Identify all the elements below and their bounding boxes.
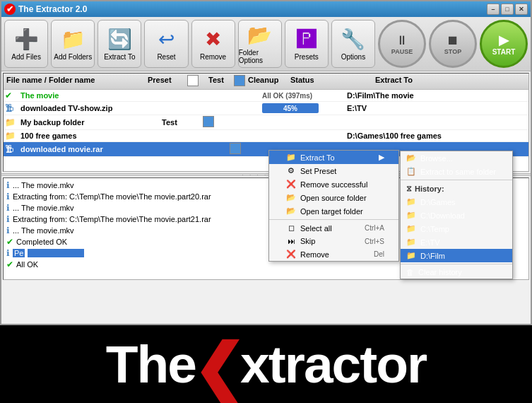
progress-bar: 45% xyxy=(262,103,319,113)
pause-icon: ⏸ xyxy=(396,33,408,48)
row-rar-icon: 🗜 xyxy=(5,144,16,154)
submenu-history-item[interactable]: 📁 E:\TV xyxy=(401,235,512,249)
history-item-label: D:\Games xyxy=(420,198,456,206)
row-filename: The movie xyxy=(18,90,159,100)
history-item-label: D:\Film xyxy=(420,252,445,260)
ctx-extract-to[interactable]: 📁 Extract To ▶ 📂 Browse... 📋 Extract to … xyxy=(269,151,398,164)
submenu-separator xyxy=(401,180,512,180)
folder-icon: 📁 xyxy=(406,211,416,220)
history-item-label: E:\TV xyxy=(420,238,440,247)
log-progress-bar xyxy=(28,249,84,257)
submenu-browse[interactable]: 📂 Browse... xyxy=(401,151,512,165)
ctx-open-target[interactable]: 📂 Open target folder xyxy=(269,204,398,218)
ctx-target-label: Open target folder xyxy=(300,207,363,216)
submenu-history-label: ⧖ History: xyxy=(401,182,512,195)
submenu-history-item[interactable]: 📁 D:\Games xyxy=(401,195,512,209)
submenu-history-item[interactable]: 📁 C:\Temp xyxy=(401,222,512,235)
row-test-checkbox[interactable] xyxy=(203,116,214,127)
submenu-history-item[interactable]: 📁 C:\Download xyxy=(401,209,512,222)
table-row[interactable]: ✔ The movie All OK (397ms) D:\Film\The m… xyxy=(4,90,528,102)
row-filename: 100 free games xyxy=(18,131,159,141)
history-icon: ⧖ xyxy=(406,184,412,193)
row-extractto xyxy=(344,122,528,123)
watermark-the: The xyxy=(106,334,196,395)
log-text: Extracting from: C:\Temp\The movie\The m… xyxy=(13,215,211,223)
ctx-remove-successful[interactable]: ❌ Remove successful xyxy=(269,177,398,191)
ctx-preset-label: Set Preset xyxy=(300,167,336,175)
ctx-shortcut-remove: Del xyxy=(374,250,384,258)
log-info-icon: ℹ xyxy=(6,248,10,258)
folder-options-button[interactable]: 📂 Folder Options xyxy=(238,20,282,68)
presets-button[interactable]: 🅿 Presets xyxy=(285,20,329,68)
ctx-separator xyxy=(269,219,398,220)
submenu-history-item[interactable]: 📁 D:\Film xyxy=(401,249,512,262)
main-window: ✔ The Extractor 2.0 – □ ✕ ➕ Add Files 📁 … xyxy=(0,0,532,325)
row-extractto: E:\TV xyxy=(344,103,528,113)
ctx-remove[interactable]: ❌ Remove Del xyxy=(269,247,398,261)
reset-label: Reset xyxy=(157,53,175,61)
row-zip-icon: 🗜 xyxy=(5,103,16,113)
options-button[interactable]: 🔧 Options xyxy=(331,20,375,68)
folder-options-icon: 📂 xyxy=(247,23,272,47)
header-preset: Preset xyxy=(145,75,187,88)
ctx-select-all[interactable]: ◻ Select all Ctrl+A xyxy=(269,221,398,235)
row-cleanup-checkbox[interactable] xyxy=(230,143,241,154)
cleanup-checkbox-header[interactable] xyxy=(234,75,245,86)
ctx-open-source[interactable]: 📂 Open source folder xyxy=(269,191,398,204)
filelist-header: File name / Folder name Preset Test Clea… xyxy=(4,74,528,90)
pause-button[interactable]: ⏸ PAUSE xyxy=(378,20,426,68)
minimize-button[interactable]: – xyxy=(487,4,500,15)
row-extractto: D:\Film\The movie xyxy=(344,90,528,100)
start-button[interactable]: ▶ START xyxy=(480,20,528,68)
window-controls: – □ ✕ xyxy=(487,4,528,15)
add-files-button[interactable]: ➕ Add Files xyxy=(4,20,48,68)
row-preset: Test xyxy=(159,117,201,127)
add-folders-button[interactable]: 📁 Add Folders xyxy=(51,20,95,68)
row-filename: My backup folder xyxy=(18,117,159,127)
remove-button[interactable]: ✖ Remove xyxy=(191,20,235,68)
extract-to-button[interactable]: 🔄 Extract To xyxy=(97,20,141,68)
folder-options-label: Folder Options xyxy=(239,49,281,64)
options-label: Options xyxy=(341,53,365,61)
table-row[interactable]: 🗜 downloaded TV-show.zip 45% E:\TV xyxy=(4,102,528,115)
header-extractto: Extract To xyxy=(372,75,528,88)
test-checkbox-header[interactable] xyxy=(187,75,199,86)
reset-icon: ↩ xyxy=(158,28,175,51)
pause-label: PAUSE xyxy=(391,48,413,55)
close-button[interactable]: ✕ xyxy=(515,4,528,15)
ctx-extract-icon: 📁 xyxy=(286,153,296,162)
folder-icon: 📁 xyxy=(406,251,416,260)
log-text: Completed OK xyxy=(16,238,67,246)
row-folder-icon: 📁 xyxy=(5,117,16,127)
stop-icon: ⏹ xyxy=(447,33,459,48)
context-menu: 📁 Extract To ▶ 📂 Browse... 📋 Extract to … xyxy=(268,150,399,262)
maximize-button[interactable]: □ xyxy=(501,4,514,15)
add-files-label: Add Files xyxy=(11,53,41,61)
ctx-skip[interactable]: ⏭ Skip Ctrl+S xyxy=(269,235,398,247)
log-info-icon: ℹ xyxy=(6,192,10,202)
log-text: Extracting from: C:\Temp\The movie\The m… xyxy=(13,192,211,201)
table-row[interactable]: 📁 100 free games D:\Games\100 free games xyxy=(4,130,528,142)
submenu-extract-same[interactable]: 📋 Extract to same folder xyxy=(401,165,512,178)
start-label: START xyxy=(492,48,516,56)
extract-to-icon: 🔄 xyxy=(107,28,132,51)
clear-label: Clear history xyxy=(418,268,462,276)
row-filename: downloaded movie.rar xyxy=(18,144,159,154)
titlebar: ✔ The Extractor 2.0 – □ ✕ xyxy=(1,1,531,17)
reset-button[interactable]: ↩ Reset xyxy=(144,20,188,68)
ctx-set-preset[interactable]: ⚙ Set Preset xyxy=(269,164,398,177)
chevron-icon: ❮ xyxy=(192,331,244,404)
log-info-icon: ℹ xyxy=(6,214,10,224)
extract-to-label: Extract To xyxy=(104,53,135,61)
row-status: 45% xyxy=(259,103,344,114)
ctx-source-icon: 📂 xyxy=(286,193,296,202)
window-title: The Extractor 2.0 xyxy=(18,4,487,14)
toolbar: ➕ Add Files 📁 Add Folders 🔄 Extract To ↩… xyxy=(1,17,531,71)
submenu-clear-history[interactable]: 🗑 Clear history xyxy=(401,266,512,279)
add-folders-icon: 📁 xyxy=(61,28,85,51)
row-extractto: D:\Games\100 free games xyxy=(344,131,528,141)
stop-button[interactable]: ⏹ STOP xyxy=(429,20,477,68)
history-item-label: C:\Temp xyxy=(420,225,449,233)
table-row[interactable]: 📁 My backup folder Test xyxy=(4,115,528,130)
log-info-icon: ℹ xyxy=(6,226,10,235)
